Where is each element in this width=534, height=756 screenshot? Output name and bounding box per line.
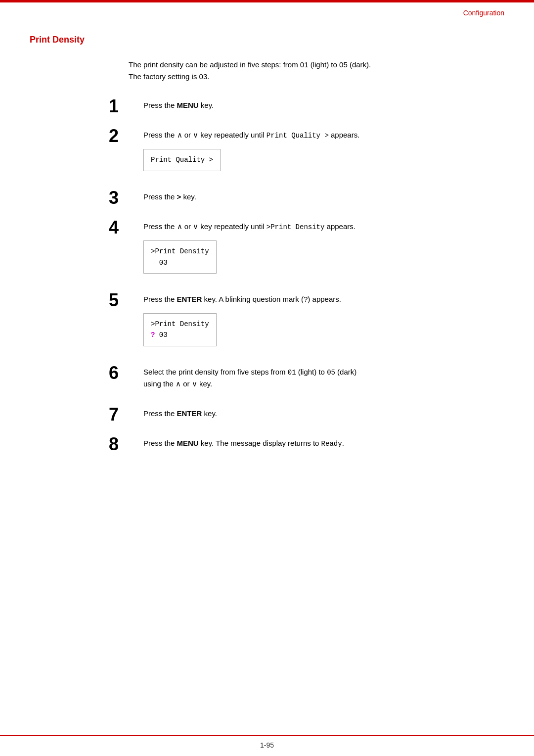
step-7-text: Press the ENTER key. xyxy=(143,408,504,420)
step-6-text: Select the print density from five steps… xyxy=(143,366,504,390)
section-title: Print Density xyxy=(30,35,504,45)
intro-line1: The print density can be adjusted in fiv… xyxy=(129,59,504,71)
step-7-bold: ENTER xyxy=(177,409,202,418)
step-8-text: Press the MENU key. The message display … xyxy=(143,437,504,449)
step-2-content: Press the ∧ or ∨ key repeatedly until Pr… xyxy=(143,126,504,178)
intro-line2: The factory setting is 03. xyxy=(129,71,504,83)
step-3-number: 3 xyxy=(109,188,143,207)
step-8-content: Press the MENU key. The message display … xyxy=(143,434,504,454)
intro-text: The print density can be adjusted in fiv… xyxy=(129,59,504,83)
page-number: 1-95 xyxy=(260,741,274,749)
step-2-display: Print Quality > xyxy=(143,149,221,171)
step-5-content: Press the ENTER key. A blinking question… xyxy=(143,290,504,353)
step-2: 2 Press the ∧ or ∨ key repeatedly until … xyxy=(109,126,504,178)
step-5-number: 5 xyxy=(109,290,143,309)
step-4-display: >Print Density 03 xyxy=(143,240,217,274)
step-8-number: 8 xyxy=(109,434,143,453)
step-2-text: Press the ∧ or ∨ key repeatedly until Pr… xyxy=(143,129,504,141)
step-2-number: 2 xyxy=(109,126,143,145)
step-4-display-line2: 03 xyxy=(151,259,168,267)
step-8-bold: MENU xyxy=(177,439,199,447)
step-6-number: 6 xyxy=(109,363,143,382)
step-7: 7 Press the ENTER key. xyxy=(109,405,504,425)
step-8: 8 Press the MENU key. The message displa… xyxy=(109,434,504,454)
step-5-bold: ENTER xyxy=(177,295,202,303)
step-1-content: Press the MENU key. xyxy=(143,96,504,116)
header-configuration: Configuration xyxy=(463,9,504,17)
step-5-display: >Print Density ? 03 xyxy=(143,313,217,346)
step-3-text: Press the > key. xyxy=(143,191,504,203)
step-6-content: Select the print density from five steps… xyxy=(143,363,504,395)
step-4-display-line1: >Print Density xyxy=(151,247,209,255)
step-1: 1 Press the MENU key. xyxy=(109,96,504,116)
step-6-code1: 01 xyxy=(288,369,296,377)
step-5: 5 Press the ENTER key. A blinking questi… xyxy=(109,290,504,353)
step-6-code2: 05 xyxy=(327,369,335,377)
step-2-display-line1: Print Quality > xyxy=(151,156,213,164)
step-3-bold: > xyxy=(177,192,181,201)
step-8-code: Ready xyxy=(321,440,342,448)
top-border xyxy=(0,0,534,2)
step-1-number: 1 xyxy=(109,96,143,115)
step-3-content: Press the > key. xyxy=(143,188,504,208)
step-3: 3 Press the > key. xyxy=(109,188,504,208)
step-4-inline-code: >Print Density xyxy=(267,223,325,231)
step-4: 4 Press the ∧ or ∨ key repeatedly until … xyxy=(109,218,504,281)
step-1-text: Press the MENU key. xyxy=(143,99,504,111)
step-4-text: Press the ∧ or ∨ key repeatedly until >P… xyxy=(143,221,504,233)
step-5-display-line2: ? 03 xyxy=(151,331,168,339)
step-4-content: Press the ∧ or ∨ key repeatedly until >P… xyxy=(143,218,504,281)
steps-container: 1 Press the MENU key. 2 Press the ∧ or ∨… xyxy=(109,96,504,455)
step-1-bold: MENU xyxy=(177,101,199,109)
bottom-border xyxy=(0,735,534,736)
step-7-content: Press the ENTER key. xyxy=(143,405,504,425)
step-2-inline-code: Print Quality > xyxy=(267,132,329,140)
step-5-display-line1: >Print Density xyxy=(151,320,209,328)
step-4-number: 4 xyxy=(109,218,143,236)
step-7-number: 7 xyxy=(109,405,143,424)
step-6: 6 Select the print density from five ste… xyxy=(109,363,504,395)
step-5-text: Press the ENTER key. A blinking question… xyxy=(143,293,504,305)
step-5-cursor: ? xyxy=(151,331,155,339)
header-label: Configuration xyxy=(463,9,504,17)
